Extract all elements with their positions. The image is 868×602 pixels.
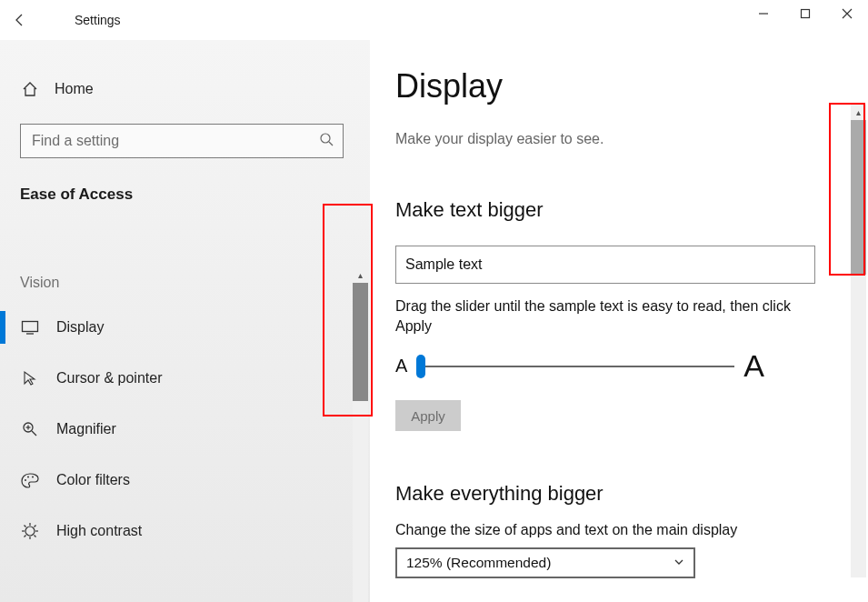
svg-line-18 — [25, 526, 26, 527]
svg-point-10 — [25, 479, 26, 481]
slider-max-label: A — [743, 348, 764, 384]
nav-item-label: Cursor & pointer — [56, 370, 163, 386]
display-scale-dropdown[interactable]: 125% (Recommended) — [395, 547, 695, 578]
slider-thumb[interactable] — [416, 355, 425, 378]
window-close-button[interactable] — [826, 0, 868, 27]
slider-min-label: A — [395, 356, 407, 376]
search-placeholder: Find a setting — [32, 133, 119, 149]
back-button[interactable] — [0, 0, 40, 40]
nav-item-high-contrast[interactable]: High contrast — [0, 506, 370, 557]
sample-text: Sample text — [405, 256, 482, 273]
contrast-icon — [20, 521, 40, 541]
svg-line-9 — [32, 431, 36, 436]
window-minimize-button[interactable] — [743, 0, 784, 27]
search-icon — [319, 132, 334, 150]
svg-line-19 — [35, 536, 36, 537]
sample-text-box: Sample text — [395, 246, 815, 284]
apply-button[interactable]: Apply — [395, 400, 461, 431]
page-title: Display — [395, 67, 843, 105]
nav-item-display[interactable]: Display — [0, 302, 370, 353]
nav-item-cursor-pointer[interactable]: Cursor & pointer — [0, 353, 370, 404]
nav-item-label: Color filters — [56, 472, 130, 488]
content-pane: Display Make your display easier to see.… — [370, 40, 868, 602]
sidebar: Home Find a setting Ease of Access Visio… — [0, 40, 370, 602]
slider-track[interactable] — [416, 355, 734, 378]
svg-rect-4 — [23, 322, 38, 332]
dropdown-value: 125% (Recommended) — [406, 555, 551, 571]
svg-point-13 — [25, 527, 35, 536]
monitor-icon — [20, 317, 40, 337]
chevron-down-icon — [673, 555, 684, 571]
svg-point-11 — [27, 477, 29, 478]
svg-line-3 — [329, 142, 333, 145]
size-description: Change the size of apps and text on the … — [395, 522, 843, 538]
nav-home[interactable]: Home — [0, 67, 370, 111]
scrollbar-thumb[interactable] — [851, 120, 866, 275]
magnifier-icon — [20, 419, 40, 439]
palette-icon — [20, 470, 40, 490]
window-maximize-button[interactable] — [784, 0, 826, 27]
slider-line — [416, 366, 734, 367]
section-make-everything-bigger: Make everything bigger — [395, 482, 843, 506]
scroll-up-icon[interactable]: ▴ — [851, 105, 866, 120]
home-icon — [20, 79, 40, 99]
scroll-up-icon[interactable]: ▴ — [353, 267, 368, 283]
page-subtitle: Make your display easier to see. — [395, 131, 843, 147]
svg-line-20 — [35, 526, 36, 527]
svg-point-12 — [32, 477, 34, 478]
content-scrollbar[interactable]: ▴ — [851, 105, 866, 577]
nav-item-label: High contrast — [56, 523, 142, 539]
cursor-icon — [20, 368, 40, 388]
text-size-slider[interactable]: A A — [395, 348, 843, 384]
apply-button-label: Apply — [411, 408, 445, 424]
svg-line-21 — [25, 536, 26, 537]
section-make-text-bigger: Make text bigger — [395, 198, 843, 222]
slider-instruction: Drag the slider until the sample text is… — [395, 296, 823, 336]
nav-home-label: Home — [55, 81, 94, 97]
category-heading: Ease of Access — [20, 186, 370, 204]
search-input[interactable]: Find a setting — [20, 124, 344, 158]
section-vision-label: Vision — [20, 275, 370, 291]
nav-item-label: Display — [56, 319, 104, 336]
titlebar: Settings — [0, 0, 868, 40]
sidebar-scrollbar[interactable]: ▴ ▾ — [353, 267, 368, 602]
nav-item-magnifier[interactable]: Magnifier — [0, 404, 370, 455]
scrollbar-thumb[interactable] — [353, 283, 368, 401]
svg-point-2 — [321, 134, 330, 143]
nav-item-label: Magnifier — [56, 421, 116, 437]
app-title: Settings — [75, 13, 121, 27]
svg-rect-1 — [802, 10, 810, 18]
nav-item-color-filters[interactable]: Color filters — [0, 455, 370, 506]
